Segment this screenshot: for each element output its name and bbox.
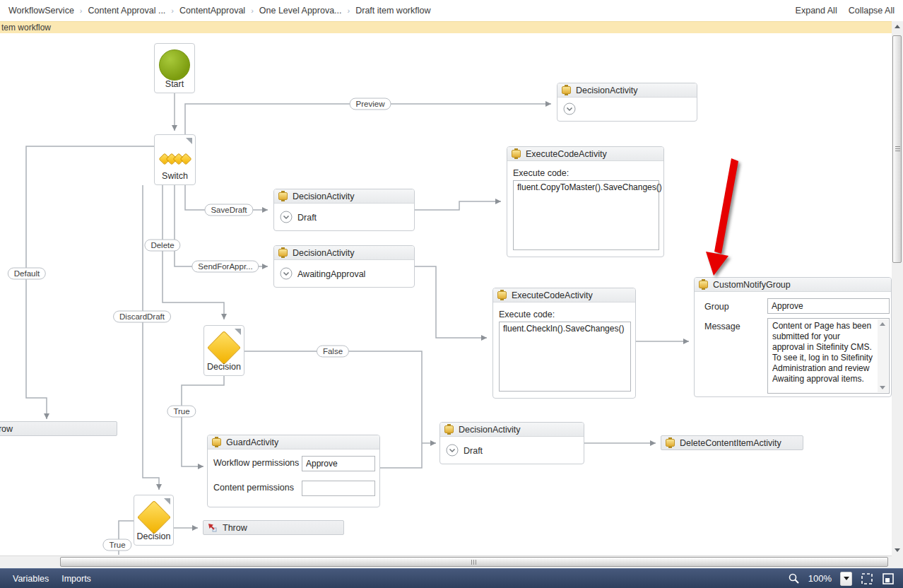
code-text: fluent.CheckIn().SaveChanges(): [503, 324, 624, 334]
scroll-up-icon[interactable]: [880, 322, 885, 326]
message-textarea[interactable]: Content or Page has been submitted for y…: [767, 318, 890, 394]
start-circle-icon: [159, 49, 190, 81]
workflow-designer-window: WorkflowService › Content Approval ... ›…: [0, 0, 903, 588]
guard-activity-node[interactable]: GuardActivity Workflow permissions Conte…: [207, 435, 380, 507]
connector-label-true-bottom: True: [102, 539, 131, 551]
decision-activity-top-node[interactable]: DecisionActivity: [557, 83, 697, 122]
connector-label-discarddraft: DiscardDraft: [113, 311, 171, 323]
vertical-scroll-thumb[interactable]: [892, 35, 902, 263]
decision-label: Decision: [134, 531, 173, 541]
group-label: Group: [704, 302, 729, 312]
code-textbox[interactable]: fluent.CheckIn().SaveChanges(): [499, 322, 631, 392]
zoom-dropdown-button[interactable]: [840, 572, 852, 586]
zoom-level-value[interactable]: 100%: [808, 573, 832, 584]
breadcrumb: WorkflowService › Content Approval ... ›…: [0, 0, 903, 21]
overview-minimap-button[interactable]: [882, 572, 895, 585]
workflow-permissions-input[interactable]: [302, 456, 375, 471]
message-scrollbar[interactable]: [878, 319, 888, 392]
breadcrumb-item[interactable]: WorkflowService: [8, 6, 74, 16]
expand-chevron-button[interactable]: [280, 267, 293, 280]
breadcrumb-separator-icon: ›: [171, 6, 174, 15]
activity-icon: [562, 86, 571, 94]
scroll-down-icon[interactable]: [880, 386, 885, 389]
breadcrumb-item[interactable]: One Level Approva...: [259, 6, 342, 16]
decision-diamond-icon: [136, 500, 170, 534]
content-permissions-label: Content permissions: [213, 483, 294, 493]
code-textbox[interactable]: fluent.CopyToMaster().SaveChanges(): [513, 180, 659, 250]
activity-title: DecisionActivity: [293, 192, 355, 201]
activity-icon: [444, 425, 454, 433]
start-label: Start: [155, 79, 194, 89]
activity-title: GuardActivity: [226, 437, 278, 447]
collapse-corner-icon[interactable]: [186, 138, 192, 144]
imports-button[interactable]: Imports: [61, 574, 91, 584]
throw-left-node[interactable]: hrow: [0, 421, 117, 436]
decision-activity-awaiting-node[interactable]: DecisionActivity AwaitingApproval: [273, 245, 415, 288]
breadcrumb-item[interactable]: ContentApproval: [179, 6, 245, 16]
fit-to-screen-button[interactable]: [861, 572, 873, 585]
message-label: Message: [704, 322, 740, 331]
activity-title: DecisionActivity: [459, 425, 521, 435]
expand-chevron-button[interactable]: [446, 444, 459, 457]
workflow-title-text: tem workflow: [1, 23, 51, 33]
expand-all-button[interactable]: Expand All: [796, 6, 837, 16]
decision-value: Draft: [464, 446, 483, 456]
breadcrumb-separator-icon: ›: [251, 6, 254, 15]
activity-title: DeleteContentItemActivity: [680, 438, 781, 448]
content-permissions-input[interactable]: [302, 481, 375, 496]
activity-icon: [699, 281, 708, 288]
collapse-all-button[interactable]: Collapse All: [849, 6, 895, 16]
decision-value: Draft: [297, 213, 317, 223]
activity-icon: [497, 291, 507, 299]
activity-icon: [278, 192, 288, 200]
connector-label-delete: Delete: [144, 240, 180, 252]
collapse-corner-icon[interactable]: [235, 329, 241, 335]
expand-chevron-button[interactable]: [563, 102, 576, 115]
breadcrumb-item-current[interactable]: Draft item workflow: [355, 6, 430, 16]
throw-activity-node[interactable]: Throw: [203, 520, 344, 535]
activity-title: ExecuteCodeActivity: [512, 290, 593, 300]
execute-code-checkin-node[interactable]: ExecuteCodeActivity Execute code: fluent…: [492, 288, 636, 399]
code-text: fluent.CopyToMaster().SaveChanges(): [517, 182, 662, 192]
expand-chevron-button[interactable]: [280, 211, 293, 223]
connector-label-false: False: [317, 346, 349, 358]
vertical-scrollbar[interactable]: [892, 21, 903, 555]
workflow-permissions-label: Workflow permissions: [213, 458, 299, 468]
activity-icon: [278, 249, 288, 257]
activity-icon: [512, 150, 521, 158]
activity-title: Throw: [223, 523, 247, 533]
delete-content-item-node[interactable]: DeleteContentItemActivity: [661, 435, 803, 450]
decision-value: AwaitingApproval: [297, 269, 365, 279]
custom-notify-group-node[interactable]: CustomNotifyGroup Group Message Content …: [694, 277, 892, 397]
connector-label-true-mid: True: [167, 406, 196, 418]
connector-label-sendforapproval: SendForAppr...: [191, 261, 259, 273]
decision-mid-node[interactable]: Decision: [203, 325, 244, 376]
decision-activity-draft2-node[interactable]: DecisionActivity Draft: [439, 422, 584, 464]
decision-diamond-icon: [207, 331, 241, 365]
breadcrumb-separator-icon: ›: [80, 6, 83, 15]
collapse-corner-icon[interactable]: [164, 498, 170, 505]
switch-activity-node[interactable]: Switch: [154, 134, 196, 185]
variables-button[interactable]: Variables: [13, 574, 49, 584]
switch-diamonds-icon: [155, 155, 195, 165]
message-text: Content or Page has been submitted for y…: [772, 321, 873, 384]
scroll-down-button[interactable]: [892, 544, 903, 555]
execute-code-copytomaster-node[interactable]: ExecuteCodeActivity Execute code: fluent…: [507, 146, 664, 257]
designer-status-bar: Variables Imports 100%: [0, 568, 903, 588]
scroll-up-button[interactable]: [892, 21, 903, 33]
connector-label-preview: Preview: [350, 98, 391, 110]
execute-code-label: Execute code:: [499, 310, 555, 319]
group-input[interactable]: [767, 298, 890, 314]
breadcrumb-item[interactable]: Content Approval ...: [88, 6, 166, 16]
horizontal-scrollbar[interactable]: [0, 555, 892, 568]
activity-title: DecisionActivity: [576, 86, 638, 95]
horizontal-scroll-thumb[interactable]: [60, 557, 888, 567]
throw-icon: [208, 523, 218, 533]
activity-title: DecisionActivity: [293, 248, 355, 258]
start-activity-node[interactable]: Start: [154, 43, 195, 93]
decision-activity-draft-node[interactable]: DecisionActivity Draft: [273, 189, 415, 231]
decision-bottom-node[interactable]: Decision: [134, 495, 174, 546]
breadcrumb-separator-icon: ›: [348, 6, 350, 15]
annotation-arrow-icon: [696, 154, 745, 280]
activity-title: hrow: [0, 424, 13, 434]
